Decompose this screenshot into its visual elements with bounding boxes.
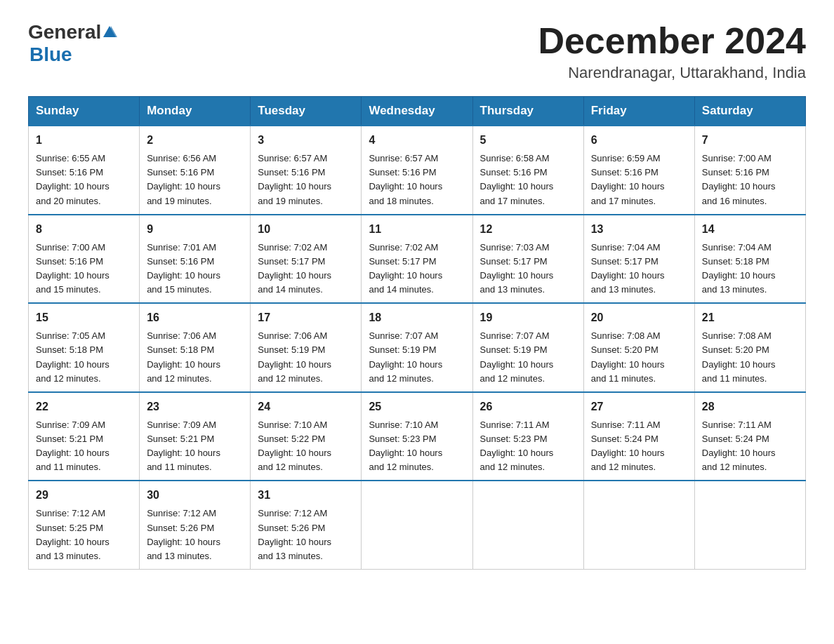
calendar-cell: 2 Sunrise: 6:56 AM Sunset: 5:16 PM Dayli… bbox=[140, 126, 251, 215]
day-number: 4 bbox=[369, 132, 465, 149]
day-number: 15 bbox=[36, 309, 132, 326]
day-info: Sunrise: 7:07 AM Sunset: 5:19 PM Dayligh… bbox=[369, 329, 465, 386]
logo-icon bbox=[102, 25, 117, 40]
day-info: Sunrise: 7:09 AM Sunset: 5:21 PM Dayligh… bbox=[147, 418, 243, 475]
day-number: 25 bbox=[369, 398, 465, 415]
day-number: 14 bbox=[702, 221, 798, 238]
calendar-cell: 24 Sunrise: 7:10 AM Sunset: 5:22 PM Dayl… bbox=[251, 392, 362, 481]
day-info: Sunrise: 7:12 AM Sunset: 5:25 PM Dayligh… bbox=[36, 507, 132, 563]
day-number: 1 bbox=[36, 132, 132, 149]
day-number: 19 bbox=[480, 309, 576, 326]
calendar-cell: 22 Sunrise: 7:09 AM Sunset: 5:21 PM Dayl… bbox=[29, 392, 140, 481]
day-number: 24 bbox=[258, 398, 354, 415]
day-number: 23 bbox=[147, 398, 243, 415]
logo-text-line1: General bbox=[28, 21, 118, 43]
calendar-cell: 17 Sunrise: 7:06 AM Sunset: 5:19 PM Dayl… bbox=[251, 303, 362, 392]
day-number: 2 bbox=[147, 132, 243, 149]
weekday-header-friday: Friday bbox=[583, 97, 694, 126]
day-info: Sunrise: 7:04 AM Sunset: 5:17 PM Dayligh… bbox=[591, 241, 687, 297]
calendar-cell: 23 Sunrise: 7:09 AM Sunset: 5:21 PM Dayl… bbox=[140, 392, 251, 481]
day-number: 6 bbox=[591, 132, 687, 149]
day-info: Sunrise: 7:06 AM Sunset: 5:18 PM Dayligh… bbox=[147, 329, 243, 386]
calendar-cell: 21 Sunrise: 7:08 AM Sunset: 5:20 PM Dayl… bbox=[694, 303, 805, 392]
location-title: Narendranagar, Uttarakhand, India bbox=[538, 64, 806, 82]
logo-blue: Blue bbox=[29, 43, 72, 66]
day-info: Sunrise: 7:09 AM Sunset: 5:21 PM Dayligh… bbox=[36, 418, 132, 475]
weekday-header-tuesday: Tuesday bbox=[251, 97, 362, 126]
day-number: 12 bbox=[480, 221, 576, 238]
calendar-cell: 5 Sunrise: 6:58 AM Sunset: 5:16 PM Dayli… bbox=[472, 126, 583, 215]
calendar-cell: 16 Sunrise: 7:06 AM Sunset: 5:18 PM Dayl… bbox=[140, 303, 251, 392]
day-number: 13 bbox=[591, 221, 687, 238]
day-info: Sunrise: 7:11 AM Sunset: 5:24 PM Dayligh… bbox=[591, 418, 687, 475]
calendar-cell: 11 Sunrise: 7:02 AM Sunset: 5:17 PM Dayl… bbox=[362, 215, 472, 304]
calendar-cell: 25 Sunrise: 7:10 AM Sunset: 5:23 PM Dayl… bbox=[362, 392, 472, 481]
day-info: Sunrise: 7:05 AM Sunset: 5:18 PM Dayligh… bbox=[36, 329, 132, 386]
day-number: 17 bbox=[258, 309, 354, 326]
calendar-cell: 28 Sunrise: 7:11 AM Sunset: 5:24 PM Dayl… bbox=[694, 392, 805, 481]
day-number: 29 bbox=[36, 487, 132, 504]
day-info: Sunrise: 7:10 AM Sunset: 5:23 PM Dayligh… bbox=[369, 418, 465, 475]
day-info: Sunrise: 7:02 AM Sunset: 5:17 PM Dayligh… bbox=[369, 241, 465, 297]
day-number: 3 bbox=[258, 132, 354, 149]
calendar-cell: 8 Sunrise: 7:00 AM Sunset: 5:16 PM Dayli… bbox=[29, 215, 140, 304]
day-number: 5 bbox=[480, 132, 576, 149]
calendar-cell: 20 Sunrise: 7:08 AM Sunset: 5:20 PM Dayl… bbox=[583, 303, 694, 392]
day-number: 16 bbox=[147, 309, 243, 326]
calendar-cell: 26 Sunrise: 7:11 AM Sunset: 5:23 PM Dayl… bbox=[472, 392, 583, 481]
day-info: Sunrise: 7:11 AM Sunset: 5:24 PM Dayligh… bbox=[702, 418, 798, 475]
calendar-body: 1 Sunrise: 6:55 AM Sunset: 5:16 PM Dayli… bbox=[29, 126, 806, 569]
calendar-cell: 7 Sunrise: 7:00 AM Sunset: 5:16 PM Dayli… bbox=[694, 126, 805, 215]
weekday-header-row: SundayMondayTuesdayWednesdayThursdayFrid… bbox=[29, 97, 806, 126]
day-info: Sunrise: 7:07 AM Sunset: 5:19 PM Dayligh… bbox=[480, 329, 576, 386]
day-number: 7 bbox=[702, 132, 798, 149]
weekday-header-thursday: Thursday bbox=[472, 97, 583, 126]
calendar-cell: 3 Sunrise: 6:57 AM Sunset: 5:16 PM Dayli… bbox=[251, 126, 362, 215]
calendar-table: SundayMondayTuesdayWednesdayThursdayFrid… bbox=[28, 96, 806, 570]
day-number: 9 bbox=[147, 221, 243, 238]
day-info: Sunrise: 7:10 AM Sunset: 5:22 PM Dayligh… bbox=[258, 418, 354, 475]
day-number: 20 bbox=[591, 309, 687, 326]
week-row-5: 29 Sunrise: 7:12 AM Sunset: 5:25 PM Dayl… bbox=[29, 481, 806, 569]
title-section: December 2024 Narendranagar, Uttarakhand… bbox=[538, 21, 806, 82]
calendar-cell bbox=[362, 481, 472, 569]
calendar-cell: 31 Sunrise: 7:12 AM Sunset: 5:26 PM Dayl… bbox=[251, 481, 362, 569]
day-info: Sunrise: 7:00 AM Sunset: 5:16 PM Dayligh… bbox=[36, 241, 132, 297]
day-info: Sunrise: 7:08 AM Sunset: 5:20 PM Dayligh… bbox=[702, 329, 798, 386]
weekday-header-wednesday: Wednesday bbox=[362, 97, 472, 126]
calendar-cell: 27 Sunrise: 7:11 AM Sunset: 5:24 PM Dayl… bbox=[583, 392, 694, 481]
day-number: 21 bbox=[702, 309, 798, 326]
calendar-cell bbox=[694, 481, 805, 569]
weekday-header-saturday: Saturday bbox=[694, 97, 805, 126]
day-info: Sunrise: 7:01 AM Sunset: 5:16 PM Dayligh… bbox=[147, 241, 243, 297]
day-info: Sunrise: 7:02 AM Sunset: 5:17 PM Dayligh… bbox=[258, 241, 354, 297]
day-info: Sunrise: 7:06 AM Sunset: 5:19 PM Dayligh… bbox=[258, 329, 354, 386]
calendar-cell: 1 Sunrise: 6:55 AM Sunset: 5:16 PM Dayli… bbox=[29, 126, 140, 215]
day-info: Sunrise: 7:11 AM Sunset: 5:23 PM Dayligh… bbox=[480, 418, 576, 475]
calendar-cell: 15 Sunrise: 7:05 AM Sunset: 5:18 PM Dayl… bbox=[29, 303, 140, 392]
day-number: 18 bbox=[369, 309, 465, 326]
calendar-cell: 9 Sunrise: 7:01 AM Sunset: 5:16 PM Dayli… bbox=[140, 215, 251, 304]
weekday-header-monday: Monday bbox=[140, 97, 251, 126]
calendar-cell: 13 Sunrise: 7:04 AM Sunset: 5:17 PM Dayl… bbox=[583, 215, 694, 304]
calendar-cell: 18 Sunrise: 7:07 AM Sunset: 5:19 PM Dayl… bbox=[362, 303, 472, 392]
day-number: 26 bbox=[480, 398, 576, 415]
day-number: 27 bbox=[591, 398, 687, 415]
day-info: Sunrise: 6:57 AM Sunset: 5:16 PM Dayligh… bbox=[369, 152, 465, 208]
day-info: Sunrise: 7:08 AM Sunset: 5:20 PM Dayligh… bbox=[591, 329, 687, 386]
day-number: 10 bbox=[258, 221, 354, 238]
calendar-cell: 19 Sunrise: 7:07 AM Sunset: 5:19 PM Dayl… bbox=[472, 303, 583, 392]
day-number: 28 bbox=[702, 398, 798, 415]
day-info: Sunrise: 6:59 AM Sunset: 5:16 PM Dayligh… bbox=[591, 152, 687, 208]
week-row-2: 8 Sunrise: 7:00 AM Sunset: 5:16 PM Dayli… bbox=[29, 215, 806, 304]
day-info: Sunrise: 6:56 AM Sunset: 5:16 PM Dayligh… bbox=[147, 152, 243, 208]
month-year-title: December 2024 bbox=[538, 21, 806, 61]
week-row-1: 1 Sunrise: 6:55 AM Sunset: 5:16 PM Dayli… bbox=[29, 126, 806, 215]
calendar-header: SundayMondayTuesdayWednesdayThursdayFrid… bbox=[29, 97, 806, 126]
calendar-cell: 12 Sunrise: 7:03 AM Sunset: 5:17 PM Dayl… bbox=[472, 215, 583, 304]
calendar-cell: 29 Sunrise: 7:12 AM Sunset: 5:25 PM Dayl… bbox=[29, 481, 140, 569]
weekday-header-sunday: Sunday bbox=[29, 97, 140, 126]
day-info: Sunrise: 7:04 AM Sunset: 5:18 PM Dayligh… bbox=[702, 241, 798, 297]
day-number: 8 bbox=[36, 221, 132, 238]
day-number: 30 bbox=[147, 487, 243, 504]
